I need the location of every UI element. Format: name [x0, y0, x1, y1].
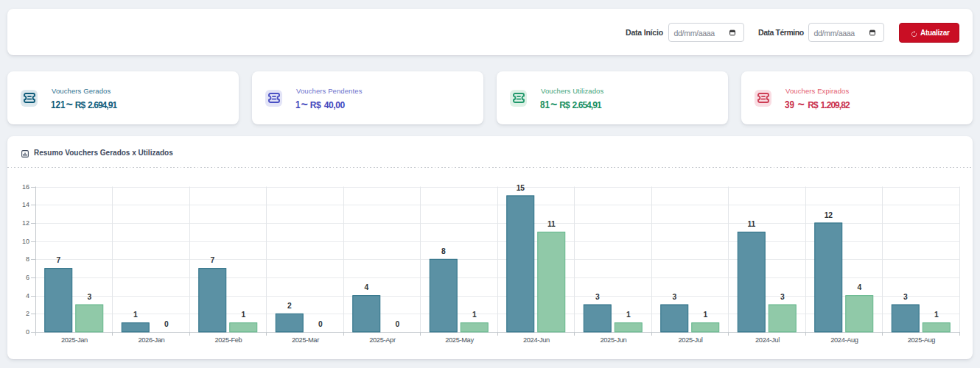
svg-text:1: 1 [133, 311, 138, 319]
svg-text:1: 1 [241, 311, 245, 319]
svg-text:3: 3 [672, 293, 676, 301]
svg-text:12: 12 [22, 219, 29, 227]
svg-text:3: 3 [87, 293, 91, 301]
svg-text:0: 0 [395, 320, 399, 328]
svg-text:7: 7 [210, 256, 214, 264]
svg-text:1: 1 [934, 311, 939, 319]
svg-text:2025-Aug: 2025-Aug [908, 336, 936, 344]
svg-text:2: 2 [26, 310, 29, 317]
svg-text:0: 0 [26, 328, 29, 336]
svg-text:2025-May: 2025-May [445, 336, 474, 344]
svg-text:0: 0 [318, 320, 323, 328]
svg-text:6: 6 [26, 274, 29, 281]
svg-text:16: 16 [22, 183, 29, 191]
svg-text:3: 3 [595, 293, 600, 301]
svg-text:2025-Apr: 2025-Apr [369, 336, 396, 344]
svg-text:2025-Mar: 2025-Mar [292, 336, 319, 344]
svg-text:12: 12 [825, 211, 833, 219]
svg-text:2024-Jun: 2024-Jun [523, 336, 550, 344]
svg-text:8: 8 [441, 247, 446, 255]
svg-text:3: 3 [903, 293, 908, 301]
svg-text:3: 3 [780, 293, 785, 301]
svg-text:2: 2 [287, 302, 292, 310]
svg-text:11: 11 [748, 220, 756, 228]
svg-text:1: 1 [626, 311, 631, 319]
svg-text:4: 4 [364, 283, 368, 291]
svg-text:2025-Jan: 2025-Jan [61, 336, 88, 344]
svg-text:1: 1 [703, 311, 707, 319]
svg-text:2026-Jan: 2026-Jan [138, 336, 164, 344]
svg-text:7: 7 [56, 256, 60, 264]
svg-text:2024-Jul: 2024-Jul [755, 336, 780, 344]
svg-text:15: 15 [517, 184, 525, 192]
svg-text:1: 1 [472, 311, 477, 319]
svg-text:14: 14 [22, 201, 29, 208]
svg-text:2024-Aug: 2024-Aug [830, 336, 858, 344]
svg-text:2025-Jul: 2025-Jul [679, 336, 703, 344]
svg-text:0: 0 [164, 320, 169, 328]
svg-text:11: 11 [547, 220, 556, 228]
svg-text:4: 4 [26, 292, 29, 300]
svg-text:10: 10 [22, 238, 29, 245]
svg-text:2025-Feb: 2025-Feb [214, 336, 242, 344]
svg-text:8: 8 [26, 255, 29, 263]
svg-text:4: 4 [857, 283, 861, 291]
svg-text:2025-Jun: 2025-Jun [600, 336, 626, 344]
